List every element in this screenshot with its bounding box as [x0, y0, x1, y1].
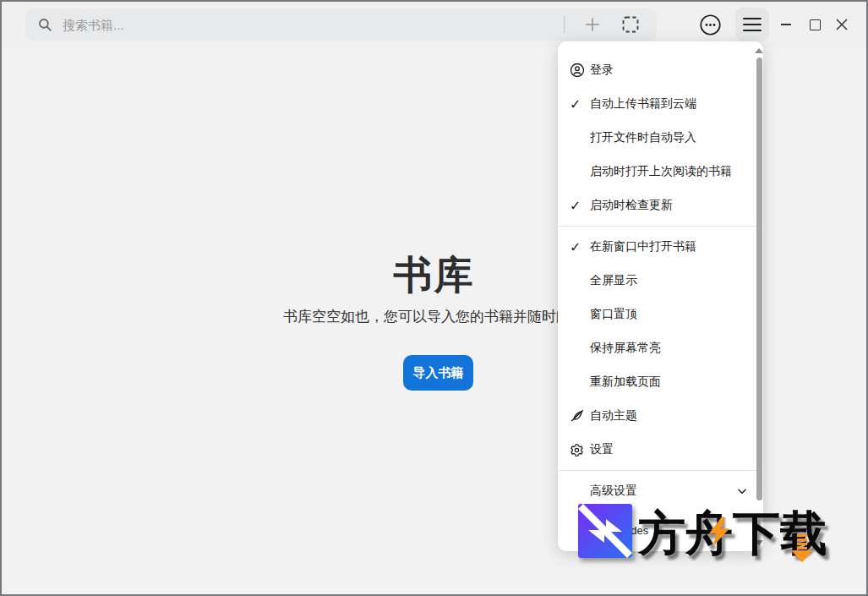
menu-item-label: 启动时检查更新 — [590, 198, 748, 213]
add-book-icon[interactable] — [583, 15, 602, 34]
minimize-button[interactable] — [773, 12, 799, 37]
menu-list: 登录✓自动上传书籍到云端打开文件时自动导入启动时打开上次阅读的书籍✓启动时检查更… — [558, 41, 763, 547]
menu-item-fullscreen[interactable]: 全屏显示 — [558, 264, 763, 298]
menu-item-auto-import-on-file-open[interactable]: 打开文件时自动导入 — [558, 121, 763, 155]
menu-item-reload-page[interactable]: 重新加载页面 — [558, 365, 763, 399]
menu-item-label: 登录 — [590, 63, 748, 78]
menu-item-check-updates-on-startup[interactable]: ✓启动时检查更新 — [558, 189, 763, 222]
menu-item-label: 打开文件时自动导入 — [590, 130, 748, 145]
user-icon — [570, 63, 590, 78]
toolbar — [2, 2, 866, 47]
import-select-icon[interactable] — [620, 14, 641, 35]
menu-item-label: 窗口置顶 — [590, 307, 748, 322]
check-icon: ✓ — [570, 96, 590, 112]
menu-item-label: 高级设置 — [590, 484, 736, 499]
gear-icon — [570, 443, 590, 457]
menu-item-label: 全屏显示 — [590, 273, 748, 288]
toolbar-divider — [564, 16, 565, 33]
download-arrow-icon — [791, 534, 813, 563]
menu-item-auto-theme[interactable]: 自动主题 — [558, 399, 763, 433]
menu-item-auto-upload-books-to-cloud[interactable]: ✓自动上传书籍到云端 — [558, 87, 763, 121]
close-icon — [836, 19, 848, 30]
check-icon: ✓ — [570, 198, 590, 214]
import-books-button[interactable]: 导入书籍 — [403, 355, 473, 391]
menu-scroll-up-icon[interactable] — [755, 48, 763, 53]
hamburger-menu-button[interactable] — [735, 8, 769, 41]
search-icon — [37, 17, 52, 32]
menu-item-window-always-on-top[interactable]: 窗口置顶 — [558, 298, 763, 331]
menu-item-partially-hidden-item[interactable]: ades — [558, 513, 763, 547]
menu-item-label: 自动上传书籍到云端 — [590, 96, 748, 112]
menu-item-label: 设置 — [590, 442, 748, 457]
maximize-icon — [810, 19, 821, 30]
menu-divider — [558, 226, 763, 227]
menu-item-login[interactable]: 登录 — [558, 53, 763, 87]
close-button[interactable] — [829, 12, 854, 37]
chevron-down-icon — [736, 485, 748, 497]
theme-icon — [570, 408, 590, 424]
minimize-icon — [781, 24, 791, 25]
menu-item-settings[interactable]: 设置 — [558, 433, 763, 467]
menu-item-label: 重新加载页面 — [590, 375, 748, 390]
menu-item-label: 自动主题 — [590, 408, 748, 424]
menu-item-label: 启动时打开上次阅读的书籍 — [590, 164, 748, 179]
menu-scrollbar-thumb[interactable] — [756, 57, 762, 500]
search-bar[interactable] — [25, 8, 657, 41]
check-icon: ✓ — [570, 239, 590, 255]
menu-item-advanced-settings[interactable]: 高级设置 — [558, 474, 763, 508]
menu-scroll-down-icon[interactable] — [755, 540, 763, 545]
app-menu-dropdown: 登录✓自动上传书籍到云端打开文件时自动导入启动时打开上次阅读的书籍✓启动时检查更… — [558, 41, 763, 551]
more-options-button[interactable] — [693, 8, 727, 41]
search-input[interactable] — [61, 17, 564, 33]
menu-divider — [558, 470, 763, 471]
menu-item-open-books-in-new-window[interactable]: ✓在新窗口中打开书籍 — [558, 230, 763, 264]
menu-item-keep-screen-awake[interactable]: 保持屏幕常亮 — [558, 331, 763, 365]
hamburger-icon — [743, 18, 762, 32]
menu-item-label: 保持屏幕常亮 — [590, 341, 748, 356]
menu-item-label: ades — [625, 524, 748, 537]
menu-item-open-last-read-book-on-startup[interactable]: 启动时打开上次阅读的书籍 — [558, 155, 763, 189]
menu-item-label: 在新窗口中打开书籍 — [590, 239, 748, 254]
maximize-button[interactable] — [802, 12, 827, 37]
